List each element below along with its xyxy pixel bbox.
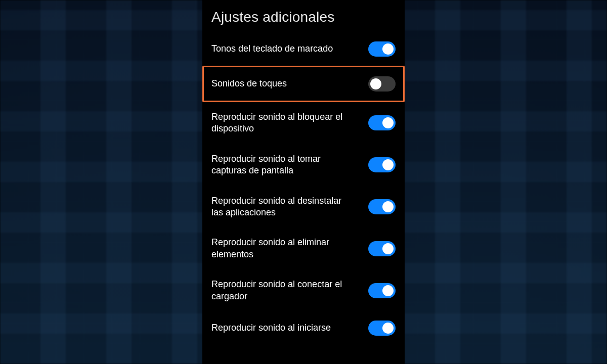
settings-item-label: Tonos del teclado de marcado <box>211 43 348 55</box>
toggle-knob <box>382 323 394 334</box>
toggle-switch[interactable] <box>368 241 396 256</box>
toggle-switch[interactable] <box>368 199 396 214</box>
settings-item[interactable]: Reproducir sonido al iniciarse <box>211 311 396 345</box>
settings-item[interactable]: Reproducir sonido al desinstalar las apl… <box>211 186 396 228</box>
settings-item-label: Sonidos de toques <box>211 78 348 89</box>
toggle-knob <box>382 201 394 212</box>
settings-list: Tonos del teclado de marcadoSonidos de t… <box>211 32 396 345</box>
toggle-switch[interactable] <box>368 41 396 57</box>
settings-item-label: Reproducir sonido al desinstalar las apl… <box>211 195 348 219</box>
toggle-switch[interactable] <box>368 283 396 298</box>
toggle-switch[interactable] <box>368 157 396 172</box>
settings-item-label: Reproducir sonido al conectar el cargado… <box>211 279 348 302</box>
settings-item[interactable]: Tonos del teclado de marcado <box>211 32 396 66</box>
settings-item[interactable]: Reproducir sonido al eliminar elementos <box>211 228 396 269</box>
toggle-switch[interactable] <box>368 321 396 336</box>
toggle-knob <box>382 243 394 254</box>
toggle-knob <box>382 43 394 55</box>
settings-item[interactable]: Reproducir sonido al bloquear el disposi… <box>211 102 396 144</box>
settings-item[interactable]: Reproducir sonido al tomar capturas de p… <box>211 144 396 186</box>
settings-item-label: Reproducir sonido al iniciarse <box>211 322 348 334</box>
toggle-knob <box>370 78 381 89</box>
settings-item-label: Reproducir sonido al eliminar elementos <box>211 237 348 260</box>
settings-panel: Ajustes adicionales Tonos del teclado de… <box>202 0 405 364</box>
settings-item-label: Reproducir sonido al tomar capturas de p… <box>211 153 348 177</box>
toggle-switch[interactable] <box>368 76 396 92</box>
toggle-knob <box>382 117 394 128</box>
toggle-knob <box>382 159 394 170</box>
settings-item-label: Reproducir sonido al bloquear el disposi… <box>211 111 348 135</box>
toggle-switch[interactable] <box>368 115 396 130</box>
toggle-knob <box>382 285 394 296</box>
settings-item[interactable]: Sonidos de toques <box>202 66 405 102</box>
page-title: Ajustes adicionales <box>211 0 396 32</box>
settings-item[interactable]: Reproducir sonido al conectar el cargado… <box>211 269 396 311</box>
